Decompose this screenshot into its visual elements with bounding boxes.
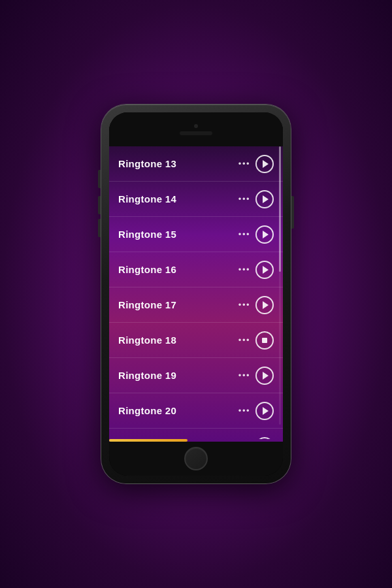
play-icon-17 bbox=[263, 301, 269, 309]
stop-icon-18 bbox=[262, 338, 267, 343]
ringtone-name-14: Ringtone 14 bbox=[118, 193, 238, 204]
phone-device: Ringtone 13•••Ringtone 14•••Ringtone 15•… bbox=[101, 105, 291, 483]
ringtone-item-16[interactable]: Ringtone 16••• bbox=[109, 252, 283, 287]
play-button-14[interactable] bbox=[255, 190, 274, 208]
phone-bottom-bar bbox=[109, 442, 283, 476]
phone-top-bar bbox=[109, 112, 283, 146]
app-screen: Ringtone 13•••Ringtone 14•••Ringtone 15•… bbox=[109, 146, 283, 442]
ringtone-item-15[interactable]: Ringtone 15••• bbox=[109, 217, 283, 252]
more-options-icon-20[interactable]: ••• bbox=[238, 406, 250, 416]
more-options-icon-16[interactable]: ••• bbox=[238, 265, 250, 274]
play-button-13[interactable] bbox=[255, 155, 274, 173]
ringtone-name-15: Ringtone 15 bbox=[118, 229, 238, 240]
play-icon-16 bbox=[263, 266, 269, 274]
ringtone-item-19[interactable]: Ringtone 19••• bbox=[109, 358, 283, 393]
ringtone-item-21[interactable]: Ringtone 21••• bbox=[109, 429, 283, 439]
ringtone-list: Ringtone 13•••Ringtone 14•••Ringtone 15•… bbox=[109, 146, 283, 439]
ringtone-item-14[interactable]: Ringtone 14••• bbox=[109, 182, 283, 217]
progress-bar-container bbox=[109, 439, 283, 442]
play-button-17[interactable] bbox=[255, 296, 274, 314]
play-icon-13 bbox=[263, 160, 269, 168]
more-options-icon-13[interactable]: ••• bbox=[238, 159, 250, 169]
ringtone-name-16: Ringtone 16 bbox=[118, 264, 238, 275]
scrollbar-thumb[interactable] bbox=[279, 146, 281, 272]
play-icon-20 bbox=[263, 407, 269, 415]
stop-button-18[interactable] bbox=[255, 331, 274, 350]
ringtone-name-18: Ringtone 18 bbox=[118, 335, 238, 346]
ringtone-name-17: Ringtone 17 bbox=[118, 299, 238, 310]
scrollbar[interactable] bbox=[279, 146, 281, 425]
ringtone-item-13[interactable]: Ringtone 13••• bbox=[109, 146, 283, 182]
more-options-icon-18[interactable]: ••• bbox=[238, 335, 250, 345]
play-icon-14 bbox=[263, 195, 269, 203]
more-options-icon-15[interactable]: ••• bbox=[238, 229, 250, 239]
more-options-icon-17[interactable]: ••• bbox=[238, 300, 250, 310]
home-button[interactable] bbox=[184, 447, 208, 470]
ringtone-item-17[interactable]: Ringtone 17••• bbox=[109, 287, 283, 323]
camera-dot bbox=[194, 124, 198, 128]
play-icon-19 bbox=[263, 372, 269, 380]
more-options-icon-19[interactable]: ••• bbox=[238, 370, 250, 380]
play-button-15[interactable] bbox=[255, 225, 274, 244]
play-icon-15 bbox=[263, 231, 269, 238]
ringtone-name-13: Ringtone 13 bbox=[118, 158, 238, 169]
progress-bar-fill bbox=[109, 439, 188, 442]
play-button-16[interactable] bbox=[255, 261, 274, 279]
speaker-grill bbox=[180, 131, 212, 135]
phone-screen-area: Ringtone 13•••Ringtone 14•••Ringtone 15•… bbox=[109, 112, 283, 476]
ringtone-name-19: Ringtone 19 bbox=[118, 370, 238, 381]
ringtone-item-20[interactable]: Ringtone 20••• bbox=[109, 393, 283, 429]
ringtone-name-20: Ringtone 20 bbox=[118, 405, 238, 416]
more-options-icon-14[interactable]: ••• bbox=[238, 194, 250, 204]
play-button-19[interactable] bbox=[255, 367, 274, 385]
ringtone-item-18[interactable]: Ringtone 18••• bbox=[109, 323, 283, 358]
play-button-20[interactable] bbox=[255, 402, 274, 420]
